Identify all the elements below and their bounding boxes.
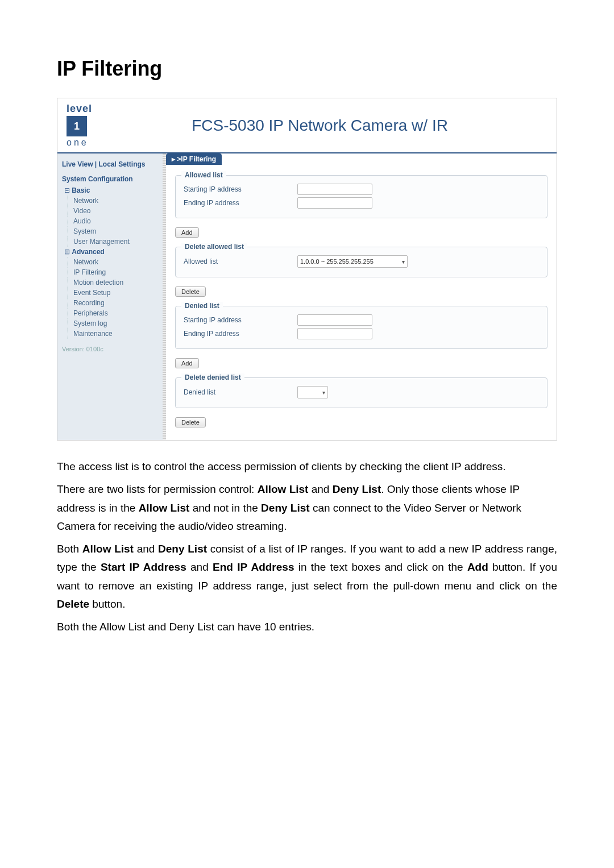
tree-item-peripherals[interactable]: Peripherals (57, 308, 163, 318)
tree-item-motion-detection[interactable]: Motion detection (57, 277, 163, 288)
denied-list-legend: Denied list (181, 302, 223, 310)
tree-item-adv-network[interactable]: Network (57, 257, 163, 267)
delete-denied-legend: Delete denied list (181, 373, 244, 381)
allowed-add-button[interactable]: Add (175, 227, 199, 238)
allowed-end-label: Ending IP address (184, 199, 297, 207)
description-text: The access list is to control the access… (57, 458, 557, 637)
delete-allowed-fieldset: Delete allowed list Allowed list 1.0.0.0… (175, 247, 547, 277)
main-panel: IP Filtering Allowed list Starting IP ad… (166, 153, 557, 440)
denied-list-fieldset: Denied list Starting IP address Ending I… (175, 306, 547, 349)
page-heading: IP Filtering (57, 57, 557, 81)
desc-p2: There are two lists for permission contr… (57, 480, 557, 535)
denied-list-select[interactable] (297, 386, 328, 398)
tree-item-user-management[interactable]: User Management (57, 236, 163, 247)
delete-allowed-legend: Delete allowed list (181, 243, 247, 251)
tree-item-video[interactable]: Video (57, 206, 163, 216)
denied-end-label: Ending IP address (184, 330, 297, 338)
sidebar: Live View | Local Settings System Config… (57, 153, 163, 440)
delete-denied-label: Denied list (184, 388, 297, 396)
delete-allowed-label: Allowed list (184, 258, 297, 265)
logo-text-top: level (67, 103, 92, 115)
logo-mark: 1 (67, 116, 87, 136)
tree-item-system[interactable]: System (57, 226, 163, 236)
live-view-link[interactable]: Live View | Local Settings (57, 158, 163, 171)
desc-p3: Both Allow List and Deny List consist of… (57, 540, 557, 613)
version-label: Version: 0100c (57, 339, 163, 355)
denied-start-label: Starting IP address (184, 316, 297, 324)
config-screenshot: level 1 one FCS-5030 IP Network Camera w… (57, 98, 557, 441)
brand-logo: level 1 one (67, 103, 92, 148)
allowed-start-label: Starting IP address (184, 185, 297, 193)
denied-add-button[interactable]: Add (175, 358, 199, 368)
tree-item-maintenance[interactable]: Maintenance (57, 329, 163, 339)
tree-item-audio[interactable]: Audio (57, 216, 163, 226)
logo-text-bottom: one (67, 138, 89, 148)
allowed-delete-button[interactable]: Delete (175, 286, 206, 297)
desc-p1: The access list is to control the access… (57, 458, 557, 476)
system-configuration-heading: System Configuration (57, 171, 163, 185)
denied-end-input[interactable] (297, 328, 372, 339)
denied-delete-button[interactable]: Delete (175, 417, 206, 427)
tree-item-event-setup[interactable]: Event Setup (57, 288, 163, 298)
delete-denied-fieldset: Delete denied list Denied list (175, 377, 547, 408)
allowed-list-select[interactable]: 1.0.0.0 ~ 255.255.255.255 (297, 255, 408, 268)
tree-item-network[interactable]: Network (57, 196, 163, 206)
tree-basic[interactable]: Basic (57, 185, 163, 196)
desc-p4: Both the Allow List and Deny List can ha… (57, 618, 557, 636)
tree-advanced[interactable]: Advanced (57, 247, 163, 257)
allowed-list-legend: Allowed list (181, 171, 226, 179)
allowed-start-input[interactable] (297, 184, 372, 195)
allowed-end-input[interactable] (297, 197, 372, 209)
tree-item-system-log[interactable]: System log (57, 318, 163, 329)
denied-start-input[interactable] (297, 314, 372, 326)
allowed-list-fieldset: Allowed list Starting IP address Ending … (175, 175, 547, 218)
page-tab: IP Filtering (166, 153, 222, 165)
tree-item-recording[interactable]: Recording (57, 298, 163, 308)
screenshot-header: level 1 one FCS-5030 IP Network Camera w… (57, 98, 557, 153)
tree-item-ip-filtering[interactable]: IP Filtering (57, 267, 163, 277)
product-title: FCS-5030 IP Network Camera w/ IR (92, 117, 547, 135)
